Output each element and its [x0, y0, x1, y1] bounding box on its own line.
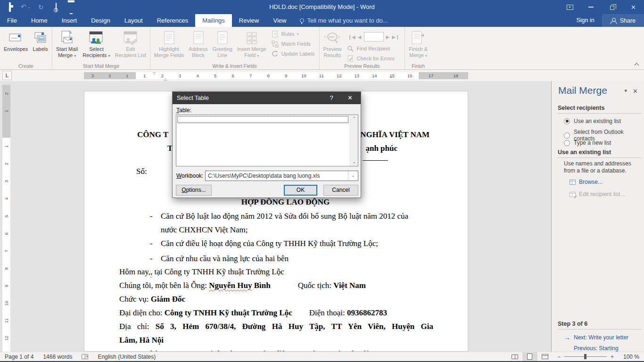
- start-mail-merge-icon: [60, 29, 74, 46]
- check-for-errors-button: Check for Errors: [347, 55, 401, 62]
- doc-bullet2: Căn cứ điều lệ hoạt động của Công ty THH…: [161, 239, 378, 248]
- edit-recipient-list-label-2: Recipient List: [115, 52, 146, 58]
- zoom-slider-thumb[interactable]: [584, 354, 586, 359]
- preview-results-icon: «ABC»: [324, 29, 341, 46]
- zoom-level[interactable]: 100 %: [619, 354, 644, 360]
- goto-record-input[interactable]: [364, 32, 384, 41]
- read-mode-button[interactable]: [507, 352, 522, 362]
- right-indent-marker[interactable]: △: [389, 74, 392, 78]
- tell-me-box[interactable]: Tell me what you want to do...: [293, 14, 394, 27]
- table-grid-icon: [570, 192, 576, 197]
- ruler-number: 11: [313, 73, 330, 78]
- ruler-number: 10: [295, 73, 313, 78]
- ok-button[interactable]: OK: [284, 185, 317, 196]
- pane-close-icon[interactable]: ✕: [633, 88, 638, 95]
- workbook-combobox[interactable]: C:\Users\MyPC\Desktop\data bang luong.xl…: [205, 171, 358, 181]
- tab-insert[interactable]: Insert: [55, 14, 84, 27]
- pane-options-icon[interactable]: ▾: [624, 88, 627, 94]
- word-count[interactable]: 1466 words: [38, 354, 77, 360]
- ruler-number: 2: [101, 73, 119, 78]
- doc-party-line: Chúng tôi, một bên là Ông: Nguyễn Huy Bì…: [119, 281, 366, 290]
- close-button[interactable]: ✕: [623, 0, 644, 14]
- find-recipient-button: Find Recipient: [347, 45, 401, 52]
- radio-icon: [564, 140, 570, 146]
- tab-mailings[interactable]: Mailings: [195, 14, 232, 27]
- tab-layout[interactable]: Layout: [117, 14, 150, 27]
- options-button[interactable]: Options...: [176, 185, 212, 196]
- group-write-insert-fields: Highlight Merge Fields Address Block Gre…: [150, 27, 320, 69]
- ruler-number: 18: [444, 73, 469, 78]
- labels-icon: [33, 29, 48, 46]
- web-layout-button[interactable]: [537, 352, 553, 362]
- highlight-merge-fields-button: Highlight Merge Fields: [152, 27, 187, 62]
- doc-chucvu-line: Chức vụ: Giám Đốc: [119, 295, 185, 304]
- tab-selector[interactable]: L: [2, 71, 12, 80]
- zoom-slider[interactable]: [564, 356, 607, 357]
- zoom-out-button[interactable]: −: [557, 354, 561, 360]
- hanging-indent-marker[interactable]: △: [164, 77, 167, 81]
- ribbon: Envelopes Labels Create Start Mail Merge…: [0, 27, 644, 70]
- doc-bullet-dash: -: [150, 239, 153, 248]
- listbox-scrollbar[interactable]: ⌃ ⌄: [350, 115, 358, 166]
- word-window: ↶ ▾ ↻ ▬▾ HDLD.doc [Compatibility Mode] -…: [0, 0, 644, 362]
- status-bar: Page 1 of 4 1466 words English (United S…: [0, 352, 644, 361]
- combo-dropdown-icon[interactable]: ⌄: [348, 171, 358, 181]
- share-button[interactable]: Share: [602, 14, 644, 27]
- ruler-number: 13: [348, 73, 366, 78]
- next-record-icon: ▶: [386, 34, 390, 40]
- tab-design[interactable]: Design: [84, 14, 117, 27]
- next-step-link[interactable]: →Next: Write your letter: [564, 334, 628, 341]
- lightbulb-icon: [300, 18, 304, 23]
- page-indicator[interactable]: Page 1 of 4: [0, 354, 38, 360]
- minimize-button[interactable]: [580, 0, 602, 14]
- browse-link[interactable]: Browse...: [570, 179, 603, 185]
- edit-recipient-list-button: Edit Recipient List: [113, 27, 149, 62]
- doc-diachi-line2: Lâm, Hà Nội: [119, 336, 164, 345]
- proofing-errors-icon[interactable]: [82, 354, 88, 359]
- dialog-close-button[interactable]: ✕: [339, 92, 361, 104]
- greeting-line-label-2: Line: [217, 52, 227, 58]
- ruler-right-margin: 1718: [419, 72, 468, 79]
- select-recipients-label-2: Recipients ▾: [83, 52, 110, 59]
- svg-text:«: «: [324, 34, 326, 39]
- dialog-title-bar: Select Table ? ✕: [173, 92, 361, 104]
- ruler-number: 1: [136, 73, 154, 78]
- table-listbox[interactable]: ⌃ ⌄: [176, 115, 358, 166]
- ruler-number: 3: [84, 73, 101, 78]
- ruler-number: 17: [419, 73, 444, 78]
- tab-review[interactable]: Review: [232, 14, 266, 27]
- web-layout-icon: [542, 354, 548, 359]
- ribbon-tab-row: File Home Insert Design Layout Reference…: [0, 14, 644, 27]
- scroll-up-icon[interactable]: ⌃: [350, 115, 358, 123]
- dialog-help-button[interactable]: ?: [323, 92, 339, 104]
- first-line-indent-marker[interactable]: ▽: [153, 71, 156, 75]
- start-mail-merge-button[interactable]: Start Mail Merge ▾: [54, 27, 80, 62]
- restore-button[interactable]: [602, 0, 623, 14]
- collapse-ribbon-icon[interactable]: [635, 63, 639, 68]
- ribbon-display-options-button[interactable]: [559, 0, 580, 14]
- insert-merge-field-label-2: Field ▾: [244, 52, 259, 59]
- tab-file[interactable]: File: [0, 14, 24, 27]
- language-indicator[interactable]: English (United States): [93, 354, 160, 360]
- sign-in-button[interactable]: Sign in: [569, 14, 602, 27]
- tab-view[interactable]: View: [266, 14, 293, 27]
- print-layout-button[interactable]: [522, 352, 537, 362]
- svg-text:?: ?: [274, 32, 276, 37]
- edit-recipient-list-link: Edit recipient list...: [570, 191, 625, 197]
- tab-references[interactable]: References: [150, 14, 195, 27]
- update-labels-button: Update Labels: [272, 50, 315, 58]
- tab-home[interactable]: Home: [24, 14, 55, 27]
- preview-results-label-1: Preview: [323, 46, 342, 52]
- labels-button[interactable]: Labels: [30, 27, 50, 62]
- envelopes-button[interactable]: Envelopes: [1, 27, 30, 62]
- zoom-in-button[interactable]: +: [611, 354, 614, 360]
- cancel-button[interactable]: Cancel: [323, 185, 358, 196]
- scroll-down-icon[interactable]: ⌄: [350, 158, 358, 166]
- vertical-ruler: 21 123456789101112: [2, 85, 10, 352]
- insert-merge-field-icon: [245, 29, 258, 46]
- select-recipients-button[interactable]: Select Recipients ▾: [80, 27, 112, 62]
- select-recipients-section: Select recipients: [558, 105, 641, 114]
- radio-use-existing-list[interactable]: Use an existing list: [564, 118, 621, 124]
- radio-type-new-list[interactable]: Type a new list: [564, 140, 611, 146]
- doc-daidien-line: Đại diện cho: Công ty TNHH Kỹ thuật Trườ…: [119, 308, 387, 318]
